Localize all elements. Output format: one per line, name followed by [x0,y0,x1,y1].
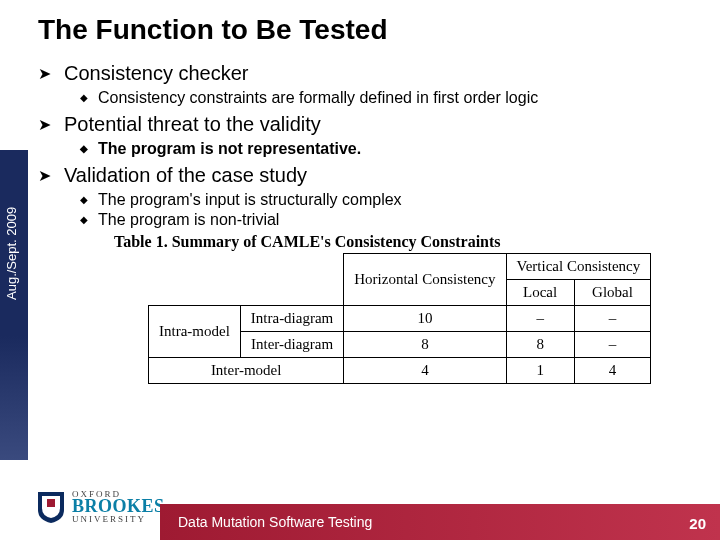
table-caption: Table 1. Summary of CAMLE's Consistency … [38,233,700,251]
table-header-row-1: Horizontal Consistency Vertical Consiste… [149,254,651,280]
col-horizontal: Horizontal Consistency [344,254,506,306]
row-inter-model: Inter-model [149,358,344,384]
page-title: The Function to Be Tested [38,14,387,46]
bullet-potential-threat: Potential threat to the validity [38,113,700,136]
bullet-structurally-complex: The program's input is structurally comp… [38,191,700,209]
content-area: Consistency checker Consistency constrai… [38,56,700,384]
cell: 8 [344,332,506,358]
cell: 8 [506,332,574,358]
row-inter-diagram: Inter-diagram [240,332,343,358]
svg-rect-0 [47,499,55,507]
bullet-not-representative: The program is not representative. [38,140,700,158]
table-row: Inter-model 4 1 4 [149,358,651,384]
logo-line-university: UNIVERSITY [72,515,165,524]
footer-text: Data Mutation Software Testing [178,514,372,530]
cell: 1 [506,358,574,384]
brookes-logo: OXFORD BROOKES UNIVERSITY [36,490,165,524]
footer-bar: Data Mutation Software Testing [160,504,720,540]
shield-icon [36,490,66,524]
bullet-consistency-constraints: Consistency constraints are formally def… [38,89,700,107]
logo-line-brookes: BROOKES [72,498,165,515]
cell: – [574,306,651,332]
bullet-consistency-checker: Consistency checker [38,62,700,85]
row-intra-model: Intra-model [149,306,241,358]
bullet-validation: Validation of the case study [38,164,700,187]
logo-text: OXFORD BROOKES UNIVERSITY [72,490,165,524]
table-row: Intra-model Intra-diagram 10 – – [149,306,651,332]
page-number: 20 [689,515,706,532]
cell: – [574,332,651,358]
cell: – [506,306,574,332]
row-intra-diagram: Intra-diagram [240,306,343,332]
cell: 4 [574,358,651,384]
col-vertical: Vertical Consistency [506,254,651,280]
slide: The Function to Be Tested Aug./Sept. 200… [0,0,720,540]
col-local: Local [506,280,574,306]
constraints-table: Horizontal Consistency Vertical Consiste… [148,253,651,384]
side-stripe [0,150,28,460]
side-date-label: Aug./Sept. 2009 [4,207,19,300]
cell: 10 [344,306,506,332]
bullet-non-trivial: The program is non-trivial [38,211,700,229]
col-global: Global [574,280,651,306]
cell: 4 [344,358,506,384]
